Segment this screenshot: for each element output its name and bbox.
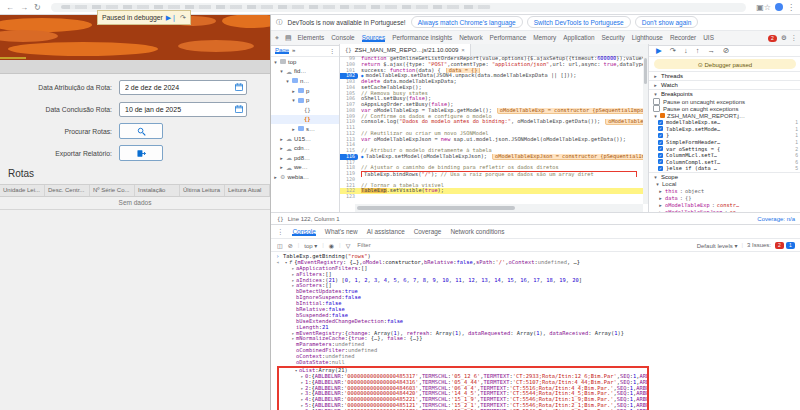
sidebar-section-threads[interactable]: ▸Threads (649, 71, 800, 80)
eye-icon[interactable]: ◉ (329, 242, 334, 249)
date-input[interactable]: 2 de dez de 2024 (119, 80, 247, 95)
checkbox-checked[interactable]: ✓ (658, 133, 663, 138)
console-sidebar-icon[interactable]: ◫ (277, 242, 283, 249)
navigator-page-tab[interactable]: Page (275, 47, 289, 54)
console-filter-input[interactable] (355, 241, 419, 249)
breakpoint-entry[interactable]: ✓TableExp.setMode…1 (649, 126, 800, 133)
extensions-icon[interactable]: ▣ (756, 3, 764, 12)
checkbox-checked[interactable]: ✓ (658, 146, 663, 151)
devtools-tab-recorder[interactable]: Recorder (670, 34, 696, 42)
step-over-icon[interactable]: ↷ (180, 14, 186, 22)
column-header[interactable]: Unidade Lei... (0, 185, 45, 196)
devtools-tab-performance[interactable]: Performance (490, 34, 527, 42)
file-tree-item[interactable]: ▸☁cdn… (271, 143, 339, 153)
issues-label[interactable]: 3 Issues: (747, 242, 771, 248)
breakpoint-entry[interactable]: ✓ColumnMLcl.setT…6 (649, 152, 800, 159)
devtools-tab-console[interactable]: Console (331, 34, 354, 42)
drawer-tab-network-conditions[interactable]: Network conditions (450, 228, 504, 236)
file-tree-item[interactable]: ▾p (271, 95, 339, 105)
navigator-menu-icon[interactable]: ⋮ (329, 47, 335, 54)
infobar-button[interactable]: Switch DevTools to Portuguese (527, 16, 631, 28)
file-tree-item[interactable]: ▾n… (271, 76, 339, 86)
drawer-menu-icon[interactable]: ⋮ (277, 228, 283, 236)
checkbox-checked[interactable]: ✓ (658, 153, 663, 158)
editor-vertical-scrollbar[interactable] (643, 56, 648, 204)
checkbox-unchecked[interactable] (653, 105, 660, 112)
checkbox-checked[interactable]: ✓ (658, 140, 663, 145)
column-header[interactable]: Instalação (135, 185, 180, 196)
context-selector[interactable]: top ▾ (304, 242, 317, 249)
calendar-icon[interactable] (235, 83, 243, 92)
coverage-link[interactable]: Coverage: n/a (757, 216, 795, 222)
devtools-tab-uis[interactable]: UIS (703, 34, 714, 42)
column-header[interactable]: Última Leitura (180, 185, 225, 196)
resume-icon[interactable]: ▶ (656, 46, 662, 55)
close-file-tab-icon[interactable]: × (461, 47, 465, 53)
resume-script-icon[interactable]: ▶❘ (166, 14, 177, 22)
scope-variable[interactable]: ▸oModelTableExp: constr… (649, 202, 800, 209)
infobar-button[interactable]: Don't show again (635, 16, 699, 28)
clear-console-icon[interactable]: ⊘ (288, 242, 293, 249)
file-tree-item[interactable]: ▸☁pd8… (271, 153, 339, 163)
devtools-tab-network[interactable]: Network (459, 34, 482, 42)
drawer-tab-ai-assistance[interactable]: AI assistance (367, 228, 405, 236)
search-button[interactable] (119, 123, 163, 139)
drawer-tab-console[interactable]: Console (292, 228, 315, 236)
file-tree-item[interactable]: ▸s… (271, 124, 339, 134)
drawer-tab-coverage[interactable]: Coverage (414, 228, 442, 236)
devtools-settings-icon[interactable]: ⚙ (781, 34, 787, 42)
column-header[interactable]: Nº Série Co... (90, 185, 135, 196)
breakpoint-entry[interactable]: ✓ColumnCompl.setT…6 (649, 159, 800, 166)
refresh-icon[interactable]: ↻ (34, 3, 41, 12)
deactivate-breakpoints-icon[interactable]: ⊘ (723, 46, 729, 55)
export-button[interactable] (119, 145, 163, 161)
step-out-icon[interactable]: ↑ (696, 46, 700, 55)
line-number[interactable]: 123 (340, 194, 358, 200)
file-tree-item[interactable]: ▸☁we… (271, 163, 339, 173)
device-toolbar-icon[interactable]: ▤ (285, 34, 292, 42)
inspect-element-icon[interactable]: ⌖ (275, 34, 279, 42)
drawer-tab-what's-new[interactable]: What's new (325, 228, 358, 236)
issue-count-badge[interactable]: 2 (775, 242, 784, 249)
browser-menu-icon[interactable]: ⋮ (787, 3, 795, 12)
file-tree-item[interactable]: ▸⚙webia… (271, 172, 339, 182)
devtools-tab-application[interactable]: Application (563, 34, 594, 42)
profile-avatar[interactable] (775, 3, 783, 11)
breakpoint-entry[interactable]: ✓SimpleFormHeader…1 (649, 139, 800, 146)
step-into-icon[interactable]: ↓ (684, 46, 688, 55)
log-level-selector[interactable]: Default levels ▾ (697, 242, 738, 249)
checkbox-checked[interactable]: ✓ (658, 159, 663, 164)
open-file-tab[interactable]: {} ZSH_MAN_MR_REPO…js!21.10.0009 × (340, 44, 471, 56)
devtools-tab-elements[interactable]: Elements (298, 34, 325, 42)
infobar-button[interactable]: Always match Chrome's language (411, 16, 523, 28)
column-header[interactable]: Leitura Atual (225, 185, 270, 196)
checkbox-checked[interactable]: ✓ (658, 166, 663, 171)
step-icon[interactable]: → (708, 46, 716, 55)
date-input[interactable]: 10 de jan de 2025 (119, 102, 247, 117)
sidebar-section-watch[interactable]: ▸Watch (649, 80, 800, 89)
navigator-more-tabs-icon[interactable]: » (292, 47, 295, 53)
forward-icon[interactable]: → (20, 3, 28, 12)
pause-option[interactable]: Pause on uncaught exceptions (649, 98, 800, 105)
devtools-tab-lighthouse[interactable]: Lighthouse (632, 34, 663, 42)
sidebar-section-breakpoints[interactable]: ▾Breakpoints (649, 89, 800, 98)
file-tree-item[interactable]: ▸☁U15… (271, 134, 339, 144)
calendar-icon[interactable] (235, 105, 243, 114)
devtools-menu-icon[interactable]: ⋮ (791, 34, 797, 42)
pause-option[interactable]: Pause on caught exceptions (649, 105, 800, 112)
breakpoint-file-group[interactable]: ▾ZSH_MAN_MR_REPORT.j… (649, 112, 800, 119)
checkbox-checked[interactable]: ✓ (658, 126, 663, 131)
breakpoint-entry[interactable]: ✓var oSettings = {2 (649, 145, 800, 152)
devtools-tab-security[interactable]: Security (602, 34, 625, 42)
file-tree-item[interactable]: ▾☁fid… (271, 67, 339, 77)
scope-local-group[interactable]: ▾Local (649, 181, 800, 188)
file-tree-item[interactable]: {} (271, 105, 339, 115)
file-tree-item[interactable]: {} (271, 115, 339, 125)
checkbox-unchecked[interactable] (653, 98, 660, 105)
breakpoint-entry[interactable]: ✓}1 (649, 132, 800, 139)
editor-horizontal-scrollbar[interactable] (355, 204, 643, 212)
issue-count-badge[interactable]: 1 (786, 242, 795, 249)
bookmark-star-icon[interactable]: ☆ (764, 3, 771, 12)
sidebar-section-scope[interactable]: ▾Scope (649, 172, 800, 181)
breakpoint-entry[interactable]: ✓}else if (data …5 (649, 165, 800, 172)
